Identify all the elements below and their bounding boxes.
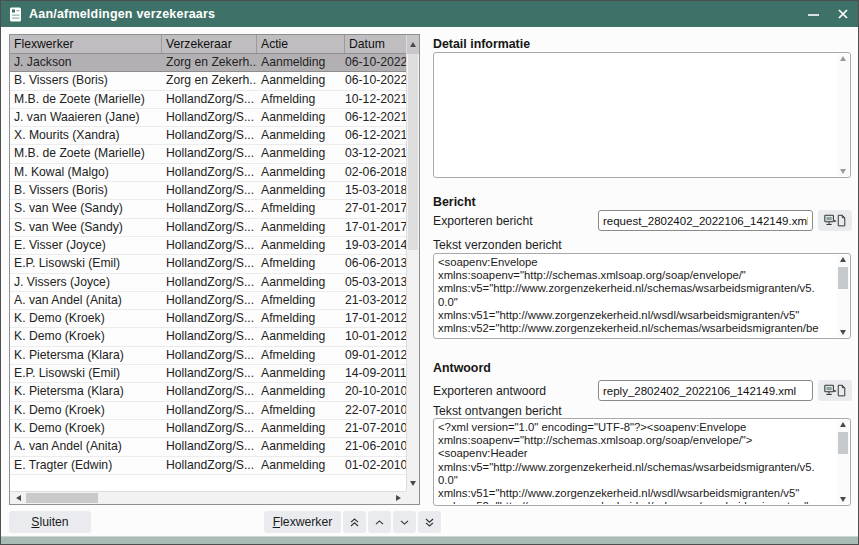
scrollbar-corner bbox=[406, 491, 419, 504]
table-row[interactable]: K. Pietersma (Klara) HollandZorg/S... Af… bbox=[10, 347, 406, 365]
cell-datum: 21-07-2010 bbox=[345, 420, 406, 437]
table-row[interactable]: K. Demo (Kroek) HollandZorg/S... Afmeldi… bbox=[10, 310, 406, 328]
cell-datum: 06-06-2013 bbox=[345, 255, 406, 272]
cell-flexwerker: K. Demo (Kroek) bbox=[10, 310, 162, 327]
table-row[interactable]: J. Jackson Zorg en Zekerh... Aanmelding … bbox=[10, 54, 406, 72]
records-table: Flexwerker Verzekeraar Actie Datum J. Ja… bbox=[9, 34, 420, 505]
last-record-button[interactable] bbox=[418, 511, 441, 533]
cell-flexwerker: E.P. Lisowski (Emil) bbox=[10, 365, 162, 382]
titlebar[interactable]: Aan/afmeldingen verzekeraars bbox=[1, 1, 858, 27]
table-row[interactable]: M.B. de Zoete (Marielle) HollandZorg/S..… bbox=[10, 145, 406, 163]
cell-datum: 10-12-2021 bbox=[345, 91, 406, 108]
detail-informatie-heading: Detail informatie bbox=[433, 37, 530, 51]
bericht-heading: Bericht bbox=[433, 195, 476, 209]
detail-informatie-textarea[interactable] bbox=[433, 52, 851, 178]
cell-flexwerker: E. Visser (Joyce) bbox=[10, 237, 162, 254]
dialog-window: Aan/afmeldingen verzekeraars Flexwerker … bbox=[0, 0, 859, 545]
export-bericht-button[interactable] bbox=[818, 210, 852, 231]
table-row[interactable]: A. van Andel (Anita) HollandZorg/S... Af… bbox=[10, 292, 406, 310]
triangle-down-icon bbox=[840, 330, 846, 335]
triangle-left-icon bbox=[16, 495, 21, 501]
export-to-file-icon bbox=[824, 213, 846, 229]
scrollbar-thumb[interactable] bbox=[838, 267, 848, 289]
sluiten-button[interactable]: Sluiten bbox=[9, 511, 91, 533]
cell-actie: Afmelding bbox=[257, 200, 345, 217]
cell-actie: Afmelding bbox=[257, 347, 345, 364]
tekst-verzonden-bericht-textarea[interactable]: <soapenv:Envelope xmlns:soapenv="http://… bbox=[433, 253, 851, 339]
table-horizontal-scrollbar[interactable] bbox=[10, 491, 406, 504]
cell-verzekeraar: HollandZorg/S... bbox=[162, 91, 257, 108]
cell-verzekeraar: HollandZorg/S... bbox=[162, 420, 257, 437]
table-row[interactable]: K. Demo (Kroek) HollandZorg/S... Afmeldi… bbox=[10, 402, 406, 420]
table-row[interactable]: K. Demo (Kroek) HollandZorg/S... Aanmeld… bbox=[10, 420, 406, 438]
column-header-verzekeraar[interactable]: Verzekeraar bbox=[162, 35, 257, 53]
exporteren-bericht-input[interactable] bbox=[598, 210, 813, 231]
table-row[interactable]: J. van Waaieren (Jane) HollandZorg/S... … bbox=[10, 109, 406, 127]
table-row[interactable]: A. van Andel (Anita) HollandZorg/S... Aa… bbox=[10, 438, 406, 456]
cell-flexwerker: K. Demo (Kroek) bbox=[10, 328, 162, 345]
scroll-down-button[interactable] bbox=[407, 475, 419, 491]
scroll-up-button[interactable] bbox=[407, 35, 419, 54]
triangle-down-icon bbox=[840, 497, 846, 502]
cell-verzekeraar: HollandZorg/S... bbox=[162, 402, 257, 419]
next-record-button[interactable] bbox=[393, 511, 416, 533]
table-row[interactable]: B. Vissers (Boris) Zorg en Zekerh... Aan… bbox=[10, 72, 406, 90]
cell-flexwerker: J. Vissers (Joyce) bbox=[10, 274, 162, 291]
cell-datum: 14-09-2011 bbox=[345, 365, 406, 382]
table-row[interactable]: J. Vissers (Joyce) HollandZorg/S... Aanm… bbox=[10, 274, 406, 292]
first-record-button[interactable] bbox=[343, 511, 366, 533]
triangle-up-icon bbox=[840, 56, 846, 61]
cell-flexwerker: M.B. de Zoete (Marielle) bbox=[10, 91, 162, 108]
verzonden-scrollbar[interactable] bbox=[837, 255, 849, 337]
scrollbar-thumb[interactable] bbox=[838, 432, 848, 454]
previous-record-button[interactable] bbox=[368, 511, 391, 533]
cell-datum: 02-06-2018 bbox=[345, 164, 406, 181]
tekst-verzonden-bericht-label: Tekst verzonden bericht bbox=[433, 238, 562, 252]
cell-flexwerker: M. Kowal (Malgo) bbox=[10, 164, 162, 181]
exporteren-antwoord-input[interactable] bbox=[598, 380, 813, 401]
cell-actie: Aanmelding bbox=[257, 145, 345, 162]
table-row[interactable]: X. Mourits (Xandra) HollandZorg/S... Aan… bbox=[10, 127, 406, 145]
table-vertical-scrollbar[interactable] bbox=[406, 35, 419, 491]
triangle-down-icon bbox=[840, 169, 846, 174]
scroll-left-button[interactable] bbox=[10, 492, 26, 504]
ontvangen-scrollbar[interactable] bbox=[837, 420, 849, 504]
cell-actie: Afmelding bbox=[257, 402, 345, 419]
window-controls bbox=[798, 1, 858, 27]
table-row[interactable]: E.P. Lisowski (Emil) HollandZorg/S... Aa… bbox=[10, 365, 406, 383]
cell-verzekeraar: HollandZorg/S... bbox=[162, 347, 257, 364]
table-row[interactable]: K. Pietersma (Klara) HollandZorg/S... Aa… bbox=[10, 383, 406, 401]
horizontal-scrollbar-thumb[interactable] bbox=[26, 493, 98, 503]
flexwerker-button[interactable]: Flexwerker bbox=[264, 511, 341, 533]
table-row[interactable]: K. Demo (Kroek) HollandZorg/S... Aanmeld… bbox=[10, 328, 406, 346]
cell-actie: Afmelding bbox=[257, 292, 345, 309]
table-header: Flexwerker Verzekeraar Actie Datum bbox=[10, 35, 406, 54]
table-row[interactable]: E. Tragter (Edwin) HollandZorg/S... Aanm… bbox=[10, 457, 406, 475]
chevron-down-icon bbox=[399, 516, 410, 529]
close-button[interactable] bbox=[828, 1, 858, 27]
table-row[interactable]: E. Visser (Joyce) HollandZorg/S... Aanme… bbox=[10, 237, 406, 255]
minimize-button[interactable] bbox=[798, 1, 828, 27]
column-header-datum[interactable]: Datum bbox=[345, 35, 406, 53]
column-header-flexwerker[interactable]: Flexwerker bbox=[10, 35, 162, 53]
tekst-ontvangen-bericht-textarea[interactable]: <?xml version="1.0" encoding="UTF-8"?><s… bbox=[433, 418, 851, 506]
column-header-actie[interactable]: Actie bbox=[257, 35, 345, 53]
window-bottom-edge bbox=[1, 536, 858, 544]
export-antwoord-button[interactable] bbox=[818, 380, 852, 401]
table-row[interactable]: M.B. de Zoete (Marielle) HollandZorg/S..… bbox=[10, 91, 406, 109]
scroll-right-button[interactable] bbox=[390, 492, 406, 504]
table-row[interactable]: M. Kowal (Malgo) HollandZorg/S... Aanmel… bbox=[10, 164, 406, 182]
cell-verzekeraar: HollandZorg/S... bbox=[162, 145, 257, 162]
detail-scrollbar[interactable] bbox=[837, 54, 849, 176]
table-row[interactable]: S. van Wee (Sandy) HollandZorg/S... Aanm… bbox=[10, 219, 406, 237]
verzonden-bericht-text: <soapenv:Envelope xmlns:soapenv="http://… bbox=[438, 255, 836, 337]
cell-actie: Aanmelding bbox=[257, 164, 345, 181]
double-chevron-down-icon bbox=[424, 516, 435, 529]
table-row[interactable]: S. van Wee (Sandy) HollandZorg/S... Afme… bbox=[10, 200, 406, 218]
window-title: Aan/afmeldingen verzekeraars bbox=[29, 7, 215, 21]
cell-datum: 17-01-2012 bbox=[345, 310, 406, 327]
table-row[interactable]: B. Vissers (Boris) HollandZorg/S... Aanm… bbox=[10, 182, 406, 200]
table-row[interactable]: E.P. Lisowski (Emil) HollandZorg/S... Af… bbox=[10, 255, 406, 273]
vertical-scrollbar-thumb[interactable] bbox=[408, 54, 418, 250]
cell-actie: Aanmelding bbox=[257, 365, 345, 382]
